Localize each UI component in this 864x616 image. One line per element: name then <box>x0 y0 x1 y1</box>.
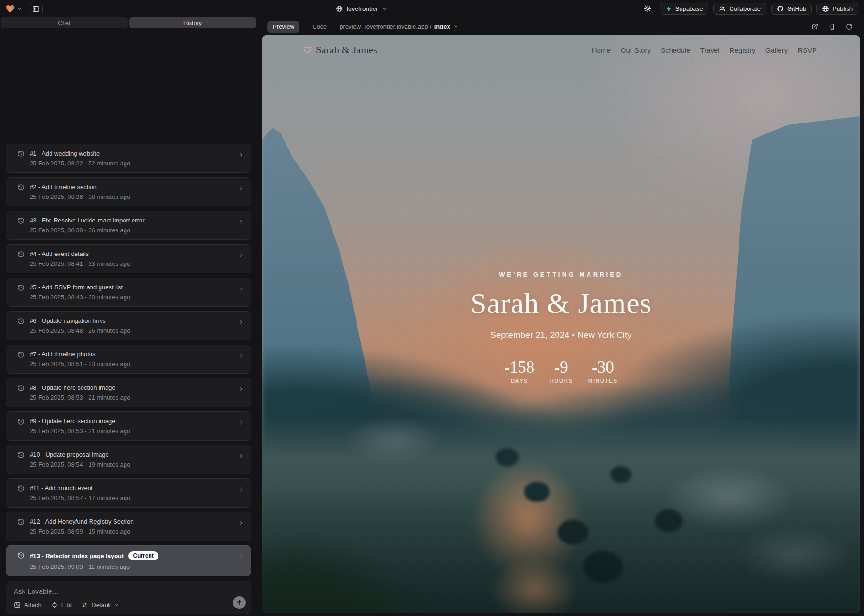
open-external-button[interactable] <box>811 23 819 30</box>
chat-history-sidebar: Chat History #1 - Add wedding website 25… <box>0 17 257 616</box>
site-nav: Home Our Story Schedule Travel Registry … <box>592 46 817 54</box>
github-button[interactable]: GitHub <box>771 3 812 15</box>
tab-history[interactable]: History <box>129 17 256 28</box>
globe-icon <box>822 5 829 12</box>
countdown-item: -30 MINUTES <box>588 359 618 384</box>
chevron-right-icon <box>238 286 244 292</box>
site-nav-link[interactable]: Our Story <box>621 46 651 54</box>
history-item-title: #5 - Add RSVP form and guest list <box>30 284 123 291</box>
history-restore-icon <box>17 251 25 267</box>
history-restore-icon <box>17 284 25 301</box>
mode-select-button[interactable]: Default <box>81 601 119 608</box>
history-item-title: #10 - Update proposal image <box>30 451 109 458</box>
history-item-title: #3 - Fix: Resolve Lucide-react import er… <box>30 217 144 224</box>
mobile-view-button[interactable] <box>829 23 836 30</box>
preview-iframe[interactable]: Sarah & James Home Our Story Schedule Tr… <box>262 35 860 613</box>
history-item[interactable]: #1 - Add wedding website 25 Feb 2025, 08… <box>6 144 251 173</box>
prompt-composer[interactable]: Attach Edit Default <box>6 581 251 614</box>
history-restore-icon <box>17 318 25 334</box>
history-item-body: #12 - Add Honeyfund Registry Section 25 … <box>30 518 133 535</box>
history-restore-icon <box>17 552 25 570</box>
settings-button[interactable] <box>641 3 655 15</box>
history-item[interactable]: #11 - Add brunch event 25 Feb 2025, 08:5… <box>6 478 251 508</box>
github-icon <box>777 5 784 12</box>
target-select-icon <box>51 601 58 608</box>
history-item-body: #10 - Update proposal image 25 Feb 2025,… <box>30 451 130 468</box>
sidebar-toggle-button[interactable] <box>29 3 43 15</box>
history-item-timestamp: 25 Feb 2025, 08:54 - 19 minutes ago <box>30 461 130 468</box>
history-item[interactable]: #2 - Add timeline section 25 Feb 2025, 0… <box>6 177 251 206</box>
site-nav-link[interactable]: Travel <box>700 46 719 54</box>
site-nav-link[interactable]: Registry <box>730 46 756 54</box>
site-nav-link[interactable]: Home <box>592 46 611 54</box>
history-list: #1 - Add wedding website 25 Feb 2025, 08… <box>0 28 257 581</box>
tab-chat[interactable]: Chat <box>1 17 128 28</box>
history-restore-icon <box>17 518 25 535</box>
preview-url-selector[interactable]: preview--lovefrontier.lovable.app / inde… <box>340 23 458 30</box>
project-switcher[interactable]: lovefrontier <box>336 0 388 17</box>
history-item[interactable]: #6 - Update navigation links 25 Feb 2025… <box>6 311 251 340</box>
history-item-timestamp: 25 Feb 2025, 08:36 - 38 minutes ago <box>30 193 130 200</box>
sidebar-tabbar: Chat History <box>0 17 257 28</box>
countdown-item: -9 HOURS <box>549 359 573 384</box>
history-item-body: #4 - Add event details 25 Feb 2025, 08:4… <box>30 250 130 267</box>
chevron-right-icon <box>238 520 244 526</box>
hero-eyebrow: WE'RE GETTING MARRIED <box>262 271 860 278</box>
site-logo[interactable]: Sarah & James <box>303 44 377 56</box>
sidebar-panel-icon <box>32 5 40 13</box>
countdown-label: DAYS <box>504 378 534 384</box>
edit-button[interactable]: Edit <box>51 601 72 608</box>
refresh-button[interactable] <box>846 23 853 30</box>
globe-icon <box>336 5 343 12</box>
chevron-down-icon <box>453 24 458 29</box>
history-item[interactable]: #5 - Add RSVP form and guest list 25 Feb… <box>6 278 251 307</box>
history-item-timestamp: 25 Feb 2025, 08:53 - 21 minutes ago <box>30 427 130 435</box>
history-item[interactable]: #4 - Add event details 25 Feb 2025, 08:4… <box>6 244 251 273</box>
history-item-title: #4 - Add event details <box>30 250 89 257</box>
tab-preview[interactable]: Preview <box>267 21 299 33</box>
project-name: lovefrontier <box>347 5 378 12</box>
send-button[interactable] <box>233 596 246 609</box>
preview-toolbar: Preview Code preview--lovefrontier.lovab… <box>262 17 860 35</box>
preview-url: preview--lovefrontier.lovable.app / <box>340 23 431 30</box>
tab-code[interactable]: Code <box>307 21 332 33</box>
sliders-icon <box>81 601 88 608</box>
history-item[interactable]: #8 - Update hero section image 25 Feb 20… <box>6 378 251 407</box>
history-restore-icon <box>17 418 25 435</box>
history-item-timestamp: 25 Feb 2025, 08:22 - 52 minutes ago <box>30 160 130 167</box>
history-item[interactable]: #10 - Update proposal image 25 Feb 2025,… <box>6 445 251 474</box>
attach-button[interactable]: Attach <box>14 601 42 608</box>
external-link-icon <box>811 23 819 30</box>
history-restore-icon <box>17 217 25 234</box>
preview-path: index <box>434 23 450 30</box>
lovable-heart-logo-icon <box>6 5 15 13</box>
supabase-button[interactable]: Supabase <box>660 3 709 15</box>
site-nav-link[interactable]: RSVP <box>798 46 817 54</box>
collaborate-button[interactable]: Collaborate <box>713 3 766 15</box>
history-item-body: #13 - Refactor index page layout Current… <box>30 551 158 570</box>
history-item[interactable]: #7 - Add timeline photos 25 Feb 2025, 08… <box>6 345 251 374</box>
history-item[interactable]: #13 - Refactor index page layout Current… <box>6 545 251 576</box>
publish-button[interactable]: Publish <box>816 3 858 15</box>
site-nav-link[interactable]: Schedule <box>661 46 690 54</box>
app-topbar: lovefrontier Supabase Collaborate <box>0 0 864 17</box>
image-attach-icon <box>14 601 21 608</box>
history-item-timestamp: 25 Feb 2025, 08:43 - 30 minutes ago <box>30 294 130 301</box>
history-restore-icon <box>17 184 25 200</box>
history-item[interactable]: #9 - Update hero section image 25 Feb 20… <box>6 411 251 441</box>
history-item[interactable]: #3 - Fix: Resolve Lucide-react import er… <box>6 211 251 240</box>
history-restore-icon <box>17 485 25 501</box>
chevron-right-icon <box>238 353 244 359</box>
history-item-body: #1 - Add wedding website 25 Feb 2025, 08… <box>30 150 130 167</box>
lovable-logo-menu[interactable] <box>6 5 22 13</box>
history-item-body: #6 - Update navigation links 25 Feb 2025… <box>30 317 130 334</box>
countdown-item: -158 DAYS <box>504 359 534 384</box>
history-item-body: #2 - Add timeline section 25 Feb 2025, 0… <box>30 183 130 200</box>
chevron-right-icon <box>238 386 244 392</box>
history-item[interactable]: #12 - Add Honeyfund Registry Section 25 … <box>6 512 251 541</box>
history-item-timestamp: 25 Feb 2025, 08:51 - 23 minutes ago <box>30 361 130 368</box>
refresh-icon <box>846 23 853 30</box>
chevron-right-icon <box>238 419 244 426</box>
prompt-input[interactable] <box>14 587 243 595</box>
site-nav-link[interactable]: Gallery <box>765 46 788 54</box>
